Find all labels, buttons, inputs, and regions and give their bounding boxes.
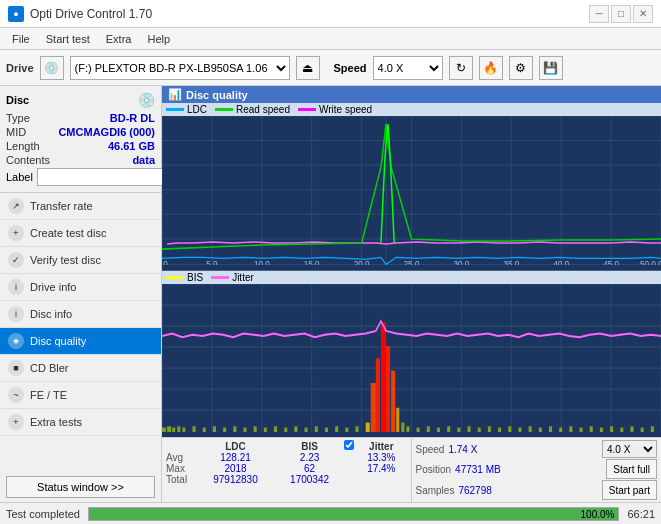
svg-rect-121 (529, 426, 532, 432)
app-title: Opti Drive Control 1.70 (30, 7, 152, 21)
svg-rect-130 (620, 427, 623, 432)
start-part-button[interactable]: Start part (602, 480, 657, 500)
svg-rect-102 (371, 383, 376, 433)
stats-panel: LDC BIS Jitter Avg 128.21 2.23 13.3% (162, 437, 661, 502)
menu-help[interactable]: Help (139, 31, 178, 47)
label-input[interactable] (37, 168, 170, 186)
svg-rect-117 (488, 426, 491, 432)
svg-rect-131 (630, 426, 633, 432)
speed-label: Speed (416, 444, 445, 455)
svg-text:0.0: 0.0 (162, 260, 168, 265)
disc-title: Disc (6, 94, 29, 106)
svg-rect-123 (549, 426, 552, 432)
speed-select[interactable]: 4.0 X (373, 56, 443, 80)
toolbar: Drive 💿 (F:) PLEXTOR BD-R PX-LB950SA 1.0… (0, 50, 661, 86)
type-label: Type (6, 112, 30, 124)
top-legend: LDC Read speed Write speed (162, 103, 661, 116)
svg-rect-115 (468, 426, 471, 432)
extra-tests-icon: + (8, 414, 24, 430)
svg-text:35.0: 35.0 (503, 260, 519, 265)
save-button[interactable]: 💾 (539, 56, 563, 80)
burn-button[interactable]: 🔥 (479, 56, 503, 80)
sidebar-item-disc-info[interactable]: i Disc info (0, 301, 161, 328)
sidebar-item-drive-info[interactable]: i Drive info (0, 274, 161, 301)
svg-rect-132 (641, 427, 644, 432)
contents-label: Contents (6, 154, 50, 166)
sidebar-item-label: Create test disc (30, 227, 106, 239)
minimize-button[interactable]: ─ (589, 5, 609, 23)
sidebar-item-extra-tests[interactable]: + Extra tests (0, 409, 161, 436)
svg-rect-101 (366, 422, 370, 432)
svg-rect-116 (478, 427, 481, 432)
mid-value: CMCMAGDI6 (000) (58, 126, 155, 138)
avg-jitter: 13.3% (356, 452, 406, 463)
settings-button[interactable]: ⚙ (509, 56, 533, 80)
sidebar-item-transfer-rate[interactable]: ↗ Transfer rate (0, 193, 161, 220)
fe-te-icon: ~ (8, 387, 24, 403)
refresh-button[interactable]: ↻ (449, 56, 473, 80)
svg-rect-109 (406, 426, 409, 432)
svg-rect-125 (569, 426, 572, 432)
svg-text:50.0 GB: 50.0 GB (640, 260, 661, 265)
svg-rect-114 (457, 427, 460, 432)
sidebar-item-fe-te[interactable]: ~ FE / TE (0, 382, 161, 409)
svg-rect-129 (610, 426, 613, 432)
avg-ldc: 128.21 (196, 452, 275, 463)
eject-button[interactable]: ⏏ (296, 56, 320, 80)
cd-bler-icon: ■ (8, 360, 24, 376)
sidebar-item-label: CD Bler (30, 362, 69, 374)
chart-header: 📊 Disc quality (162, 86, 661, 103)
svg-rect-94 (294, 426, 297, 432)
sidebar-item-disc-quality[interactable]: ★ Disc quality (0, 328, 161, 355)
contents-value: data (132, 154, 155, 166)
svg-rect-85 (203, 427, 206, 432)
progress-bar: 100.0% (88, 507, 619, 521)
total-label: Total (166, 474, 196, 485)
sidebar-item-cd-bler[interactable]: ■ CD Bler (0, 355, 161, 382)
disc-contents-row: Contents data (6, 154, 155, 166)
menu-start-test[interactable]: Start test (38, 31, 98, 47)
svg-rect-104 (381, 322, 386, 432)
sidebar-item-label: Disc info (30, 308, 72, 320)
status-window-button[interactable]: Status window >> (6, 476, 155, 498)
bis-legend: BIS (166, 272, 203, 283)
svg-text:40.0: 40.0 (553, 260, 569, 265)
sidebar-item-verify-test-disc[interactable]: ✓ Verify test disc (0, 247, 161, 274)
menu-extra[interactable]: Extra (98, 31, 140, 47)
drive-icon-button[interactable]: 💿 (40, 56, 64, 80)
drive-select[interactable]: (F:) PLEXTOR BD-R PX-LB950SA 1.06 (70, 56, 290, 80)
svg-text:15.0: 15.0 (304, 260, 320, 265)
jitter-checkbox[interactable] (344, 440, 354, 450)
close-button[interactable]: ✕ (633, 5, 653, 23)
maximize-button[interactable]: □ (611, 5, 631, 23)
menu-file[interactable]: File (4, 31, 38, 47)
status-text: Test completed (6, 508, 80, 520)
svg-rect-113 (447, 426, 450, 432)
main-layout: Disc 💿 Type BD-R DL MID CMCMAGDI6 (000) … (0, 86, 661, 502)
svg-rect-108 (401, 422, 404, 432)
sidebar-item-create-test-disc[interactable]: + Create test disc (0, 220, 161, 247)
sidebar-item-label: Extra tests (30, 416, 82, 428)
disc-type-row: Type BD-R DL (6, 112, 155, 124)
progress-text: 100.0% (581, 508, 615, 522)
disc-panel: Disc 💿 Type BD-R DL MID CMCMAGDI6 (000) … (0, 86, 161, 193)
svg-rect-100 (355, 426, 358, 432)
disc-label-row: Label 📁 (6, 168, 155, 186)
speed-select2[interactable]: 4.0 X (602, 440, 657, 458)
svg-rect-84 (193, 426, 196, 432)
svg-rect-120 (518, 427, 521, 432)
drive-info-icon: i (8, 279, 24, 295)
sidebar-item-label: Disc quality (30, 335, 86, 347)
svg-rect-96 (315, 426, 318, 432)
avg-label: Avg (166, 452, 196, 463)
svg-rect-118 (498, 427, 501, 432)
app-icon: ● (8, 6, 24, 22)
sidebar: Disc 💿 Type BD-R DL MID CMCMAGDI6 (000) … (0, 86, 162, 502)
start-full-button[interactable]: Start full (606, 459, 657, 479)
chart-title: Disc quality (186, 89, 248, 101)
bis-header: BIS (275, 440, 344, 452)
svg-text:30.0: 30.0 (453, 260, 469, 265)
speed-label: Speed (334, 62, 367, 74)
samples-label: Samples (416, 485, 455, 496)
total-ldc: 97912830 (196, 474, 275, 485)
